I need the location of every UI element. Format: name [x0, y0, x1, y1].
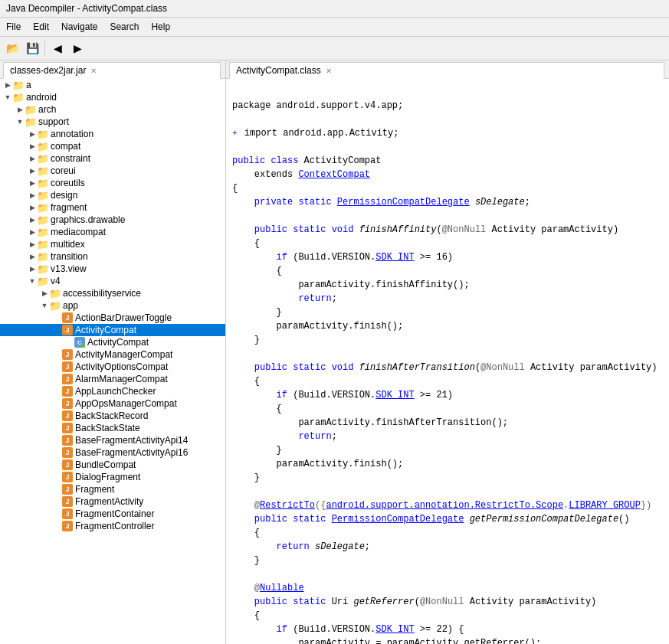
- tree-toggle-v13view[interactable]: ▶: [28, 265, 37, 273]
- tree-item-graphics-drawable[interactable]: ▶ 📁 graphics.drawable: [0, 214, 225, 226]
- tree-toggle-transition[interactable]: ▶: [28, 253, 37, 260]
- code-link-Nullable[interactable]: Nullable: [260, 583, 304, 593]
- tree-item-multidex[interactable]: ▶ 📁 multidex: [0, 238, 225, 250]
- code-link-android-annotation-scope[interactable]: android.support.annotation.RestrictTo.Sc…: [326, 500, 563, 511]
- tree-item-v13view[interactable]: ▶ 📁 v13.view: [0, 263, 225, 275]
- class-tab-label: ActivityCompat.class: [236, 65, 321, 76]
- menu-edit[interactable]: Edit: [27, 19, 55, 34]
- tree-item-transition[interactable]: ▶ 📁 transition: [0, 250, 225, 263]
- tree-item-fragment[interactable]: ▶ 📁 fragment: [0, 201, 225, 214]
- tree-item-ActivityOptionsCompat[interactable]: ▶ J ActivityOptionsCompat: [0, 361, 225, 373]
- tree-toggle-compat[interactable]: ▶: [28, 142, 37, 150]
- tree-toggle-app[interactable]: ▼: [40, 302, 49, 309]
- tree-item-BaseFragmentActivityApi16[interactable]: ▶ J BaseFragmentActivityApi16: [0, 446, 225, 459]
- tree-item-AppLaunchChecker[interactable]: ▶ J AppLaunchChecker: [0, 385, 225, 397]
- tree-toggle-multidex[interactable]: ▶: [28, 240, 37, 248]
- tree-item-FragmentActivity[interactable]: ▶ J FragmentActivity: [0, 495, 225, 508]
- tree-item-coreutils[interactable]: ▶ 📁 coreutils: [0, 177, 225, 189]
- tree-item-ActivityCompat[interactable]: ▶ J ActivityCompat: [0, 324, 225, 336]
- tree-label-coreui: coreui: [51, 165, 76, 176]
- tree-item-compat[interactable]: ▶ 📁 compat: [0, 140, 225, 152]
- menu-search[interactable]: Search: [103, 19, 145, 34]
- tree-label-design: design: [51, 190, 77, 201]
- toolbar-back-button[interactable]: ◀: [48, 39, 67, 57]
- jar-tab-label: classes-dex2jar.jar: [10, 65, 86, 76]
- tree-item-support[interactable]: ▼ 📁 support: [0, 116, 225, 128]
- code-link-PermissionCompatDelegate[interactable]: PermissionCompatDelegate: [337, 197, 470, 208]
- folder-icon-app: 📁: [49, 300, 61, 311]
- java-icon-ActivityOptionsCompat: J: [61, 361, 74, 372]
- tree-item-FragmentController[interactable]: ▶ J FragmentController: [0, 520, 225, 532]
- tree-toggle-a[interactable]: ▶: [3, 81, 12, 89]
- java-icon-Fragment: J: [61, 484, 74, 495]
- tree-item-annotation[interactable]: ▶ 📁 annotation: [0, 128, 225, 140]
- left-tab-area: classes-dex2jar.jar ✕: [0, 60, 226, 78]
- tree-toggle-support[interactable]: ▼: [15, 118, 25, 126]
- menu-navigate[interactable]: Navigate: [55, 19, 103, 34]
- tree-item-Fragment[interactable]: ▶ J Fragment: [0, 483, 225, 495]
- class-tab[interactable]: ActivityCompat.class ✕: [229, 62, 664, 79]
- tree-item-constraint[interactable]: ▶ 📁 constraint: [0, 152, 225, 165]
- tree-item-BundleCompat[interactable]: ▶ J BundleCompat: [0, 459, 225, 471]
- tree-toggle-graphics-drawable[interactable]: ▶: [28, 216, 37, 224]
- tree-toggle-mediacompat[interactable]: ▶: [28, 228, 37, 236]
- code-package: package android.support.v4.app;: [232, 100, 403, 111]
- tree-toggle-android[interactable]: ▼: [3, 93, 12, 101]
- menu-file[interactable]: File: [0, 19, 27, 34]
- import-expand-btn[interactable]: +: [232, 129, 238, 138]
- tree-label-app: app: [63, 300, 78, 311]
- tree-item-BackStackState[interactable]: ▶ J BackStackState: [0, 422, 225, 434]
- tree-item-BaseFragmentActivityApi14[interactable]: ▶ J BaseFragmentActivityApi14: [0, 434, 225, 446]
- tree-item-mediacompat[interactable]: ▶ 📁 mediacompat: [0, 226, 225, 238]
- code-viewer-panel[interactable]: package android.support.v4.app; + import…: [226, 79, 669, 644]
- tree-item-coreui[interactable]: ▶ 📁 coreui: [0, 165, 225, 177]
- tree-toggle-coreui[interactable]: ▶: [28, 167, 37, 175]
- menu-bar: File Edit Navigate Search Help: [0, 18, 669, 37]
- tree-item-design[interactable]: ▶ 📁 design: [0, 189, 225, 201]
- tree-item-BackStackRecord[interactable]: ▶ J BackStackRecord: [0, 410, 225, 422]
- tree-item-v4[interactable]: ▼ 📁 v4: [0, 275, 225, 287]
- tree-toggle-arch[interactable]: ▶: [15, 106, 25, 113]
- content-area: ▶ 📁 a ▼ 📁 android ▶ 📁 arch: [0, 79, 669, 644]
- tree-item-ActivityCompat-inner[interactable]: ▶ C ActivityCompat: [0, 336, 225, 348]
- tree-label-android: android: [26, 92, 57, 103]
- toolbar-save-button[interactable]: 💾: [23, 39, 41, 57]
- tree-toggle-coreutils[interactable]: ▶: [28, 179, 37, 187]
- tree-toggle-fragment[interactable]: ▶: [28, 204, 37, 211]
- tree-item-FragmentContainer[interactable]: ▶ J FragmentContainer: [0, 508, 225, 520]
- tree-item-app[interactable]: ▼ 📁 app: [0, 299, 225, 312]
- tree-item-ActionBarDrawerToggle[interactable]: ▶ J ActionBarDrawerToggle: [0, 312, 225, 324]
- tree-toggle-v4[interactable]: ▼: [28, 277, 37, 285]
- toolbar-folder-button[interactable]: 📂: [3, 39, 21, 57]
- tree-toggle-annotation[interactable]: ▶: [28, 130, 37, 138]
- tree-item-android[interactable]: ▼ 📁 android: [0, 91, 225, 103]
- class-tab-close[interactable]: ✕: [326, 67, 332, 75]
- code-link-ContextCompat[interactable]: ContextCompat: [298, 169, 370, 180]
- code-link-RestrictTo[interactable]: RestrictTo: [260, 500, 315, 511]
- tree-item-accessibilityservice[interactable]: ▶ 📁 accessibilityservice: [0, 287, 225, 299]
- tree-item-arch[interactable]: ▶ 📁 arch: [0, 103, 225, 116]
- tree-toggle-constraint[interactable]: ▶: [28, 155, 37, 162]
- code-link-LIBRARY_GROUP[interactable]: LIBRARY_GROUP: [569, 500, 641, 511]
- tree-item-DialogFragment[interactable]: ▶ J DialogFragment: [0, 471, 225, 483]
- file-tree-panel[interactable]: ▶ 📁 a ▼ 📁 android ▶ 📁 arch: [0, 79, 226, 644]
- java-icon-BackStackState: J: [61, 423, 74, 433]
- jar-tab[interactable]: classes-dex2jar.jar ✕: [3, 62, 221, 79]
- tree-item-ActivityManagerCompat[interactable]: ▶ J ActivityManagerCompat: [0, 348, 225, 361]
- code-link-SDK_INT-1[interactable]: SDK_INT: [375, 252, 414, 263]
- tree-item-a[interactable]: ▶ 📁 a: [0, 79, 225, 91]
- tree-label-multidex: multidex: [51, 239, 85, 250]
- tree-toggle-accessibilityservice[interactable]: ▶: [40, 289, 49, 297]
- tree-label-FragmentActivity: FragmentActivity: [75, 496, 143, 507]
- code-link-SDK_INT-2[interactable]: SDK_INT: [375, 390, 414, 400]
- tree-label-v4: v4: [51, 276, 61, 286]
- toolbar-forward-button[interactable]: ▶: [68, 39, 87, 57]
- tree-toggle-design[interactable]: ▶: [28, 191, 37, 199]
- folder-icon-arch: 📁: [25, 104, 37, 115]
- jar-tab-close[interactable]: ✕: [90, 67, 97, 75]
- code-link-PermissionCompatDelegate2[interactable]: PermissionCompatDelegate: [332, 514, 464, 525]
- menu-help[interactable]: Help: [145, 19, 176, 34]
- tree-item-AlarmManagerCompat[interactable]: ▶ J AlarmManagerCompat: [0, 373, 225, 385]
- tree-item-AppOpsManagerCompat[interactable]: ▶ J AppOpsManagerCompat: [0, 397, 225, 410]
- code-link-SDK_INT-3[interactable]: SDK_INT: [375, 624, 414, 635]
